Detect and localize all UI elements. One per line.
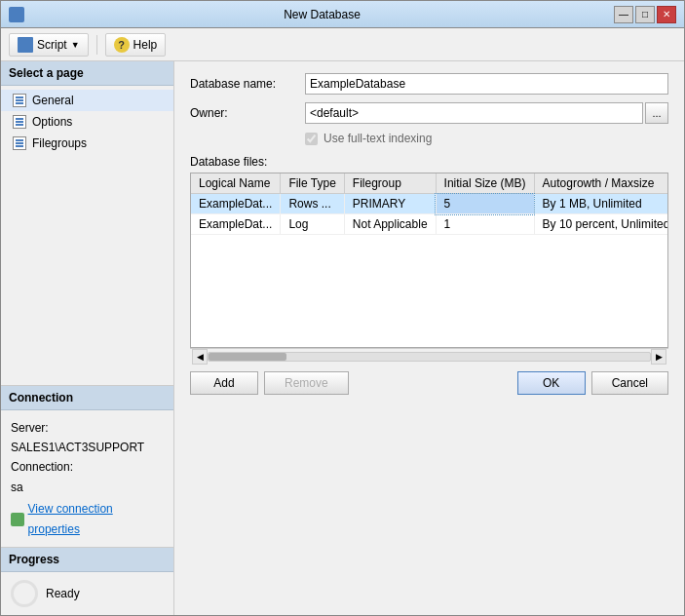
- cell-file-type: Rows ...: [281, 194, 344, 214]
- sidebar-item-filegroups[interactable]: Filegroups: [1, 133, 173, 154]
- owner-input-group: ...: [305, 102, 668, 124]
- connection-value: sa: [11, 478, 164, 497]
- window-title: New Database: [30, 8, 614, 21]
- toolbar-divider: [96, 35, 97, 55]
- progress-title: Progress: [1, 548, 173, 572]
- cell-filegroup: Not Applicable: [344, 214, 436, 235]
- cell-logical-name: ExampleDat...: [191, 214, 281, 235]
- owner-row: Owner: ...: [190, 102, 668, 124]
- progress-content: Ready: [1, 572, 173, 615]
- cell-initial-size[interactable]: 5: [436, 194, 534, 214]
- connection-link-icon: [11, 513, 24, 526]
- main-window: New Database — □ ✕ Script ▼ ? Help Selec…: [0, 0, 685, 616]
- script-dropdown-icon: ▼: [71, 40, 80, 50]
- database-name-label: Database name:: [190, 77, 297, 91]
- col-filegroup: Filegroup: [344, 173, 436, 194]
- general-icon: [13, 94, 26, 107]
- cell-autogrowth: By 1 MB, Unlimited: [534, 194, 668, 214]
- connection-title: Connection: [1, 386, 173, 410]
- sidebar: Select a page General Options Filegroups…: [1, 61, 174, 615]
- script-button[interactable]: Script ▼: [9, 33, 89, 57]
- maximize-button[interactable]: □: [635, 6, 655, 23]
- sidebar-items: General Options Filegroups: [1, 86, 173, 385]
- cell-initial-size: 1: [436, 214, 534, 235]
- server-label: Server:: [11, 418, 164, 438]
- filegroups-icon: [13, 136, 26, 150]
- table-header-row: Logical Name File Type Filegroup Initial…: [191, 173, 668, 194]
- owner-input[interactable]: [305, 102, 643, 124]
- connection-label: Connection:: [11, 457, 164, 477]
- ok-button[interactable]: OK: [517, 371, 586, 395]
- progress-spinner: [11, 580, 38, 607]
- db-files-table-container: Logical Name File Type Filegroup Initial…: [190, 173, 668, 348]
- minimize-button[interactable]: —: [614, 6, 633, 23]
- connection-info: Server: SALES1\ACT3SUPPORT Connection: s…: [1, 410, 173, 547]
- scroll-track[interactable]: [208, 352, 651, 362]
- main-content: Select a page General Options Filegroups…: [1, 61, 684, 615]
- help-icon: ?: [114, 37, 130, 53]
- cell-filegroup: PRIMARY: [344, 194, 436, 214]
- help-button[interactable]: ? Help: [105, 33, 167, 57]
- close-button[interactable]: ✕: [657, 6, 676, 23]
- view-connection-link[interactable]: View connection properties: [11, 499, 164, 539]
- cancel-button[interactable]: Cancel: [591, 371, 668, 395]
- server-value: SALES1\ACT3SUPPORT: [11, 438, 164, 457]
- col-initial-size: Initial Size (MB): [436, 173, 534, 194]
- bottom-area: Add Remove OK Cancel: [190, 371, 668, 395]
- db-files-label: Database files:: [190, 155, 668, 169]
- cell-autogrowth: By 10 percent, Unlimited: [534, 214, 668, 235]
- fulltext-label: Use full-text indexing: [323, 132, 432, 145]
- owner-browse-button[interactable]: ...: [645, 102, 668, 124]
- sidebar-item-general[interactable]: General: [1, 90, 173, 111]
- options-icon: [13, 115, 26, 129]
- scroll-left-arrow[interactable]: ◀: [192, 349, 208, 365]
- toolbar: Script ▼ ? Help: [1, 28, 684, 61]
- sidebar-label-options: Options: [32, 115, 72, 129]
- progress-section: Progress Ready: [1, 547, 173, 615]
- scroll-thumb[interactable]: [209, 353, 286, 361]
- right-panel: Database name: Owner: ... Use full-text …: [174, 61, 684, 615]
- col-file-type: File Type: [281, 173, 344, 194]
- window-icon: [9, 7, 24, 22]
- owner-label: Owner:: [190, 106, 297, 120]
- col-autogrowth: Autogrowth / Maxsize: [534, 173, 668, 194]
- cell-file-type: Log: [281, 214, 344, 235]
- sidebar-label-filegroups: Filegroups: [32, 136, 87, 150]
- col-logical-name: Logical Name: [191, 173, 281, 194]
- database-name-input[interactable]: [305, 73, 668, 95]
- sidebar-item-options[interactable]: Options: [1, 111, 173, 133]
- script-label: Script: [37, 38, 67, 52]
- ok-cancel-buttons: OK Cancel: [517, 371, 668, 395]
- cell-logical-name: ExampleDat...: [191, 194, 281, 214]
- fulltext-row: Use full-text indexing: [190, 132, 668, 145]
- title-bar: New Database — □ ✕: [1, 1, 684, 28]
- remove-button[interactable]: Remove: [264, 371, 349, 395]
- add-button[interactable]: Add: [190, 371, 258, 395]
- table-row[interactable]: ExampleDat... Rows ... PRIMARY 5 By 1 MB…: [191, 194, 668, 214]
- db-files-table: Logical Name File Type Filegroup Initial…: [191, 173, 668, 235]
- help-label: Help: [133, 38, 158, 52]
- fulltext-checkbox[interactable]: [305, 133, 318, 145]
- connection-link-label: View connection properties: [28, 499, 164, 539]
- sidebar-label-general: General: [32, 94, 74, 107]
- add-remove-buttons: Add Remove: [190, 371, 349, 395]
- scroll-right-arrow[interactable]: ▶: [651, 349, 666, 365]
- script-icon: [18, 37, 33, 53]
- horizontal-scrollbar[interactable]: ◀ ▶: [190, 348, 668, 364]
- progress-status: Ready: [46, 587, 80, 600]
- connection-section: Connection Server: SALES1\ACT3SUPPORT Co…: [1, 385, 173, 547]
- title-controls: — □ ✕: [614, 6, 676, 23]
- table-row[interactable]: ExampleDat... Log Not Applicable 1 By 10…: [191, 214, 668, 235]
- database-name-row: Database name:: [190, 73, 668, 95]
- sidebar-section-title: Select a page: [1, 61, 173, 86]
